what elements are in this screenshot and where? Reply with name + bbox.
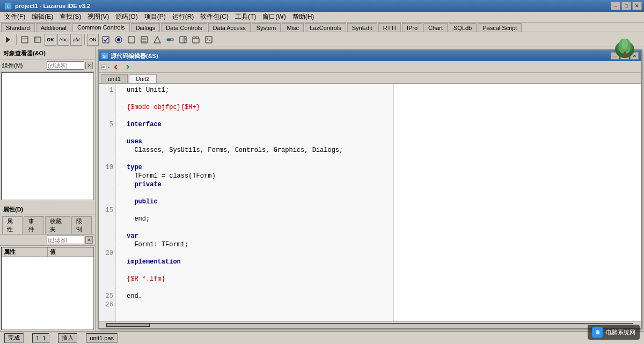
tb-btn-tab[interactable]	[190, 34, 202, 46]
line-num-22	[99, 275, 115, 283]
menu-item-w[interactable]: 窗口(W)	[259, 11, 289, 23]
code-line-7: Classes, SysUtils, Forms, Controls, Grap…	[127, 146, 390, 155]
app-icon: L	[4, 2, 12, 10]
prop-tab-事件[interactable]: 事件	[24, 216, 44, 234]
line-num-15	[99, 215, 115, 223]
tb-btn-abi[interactable]: abI	[70, 34, 82, 46]
tb-arrow-btn[interactable]	[2, 34, 14, 46]
properties-filter-input[interactable]	[47, 236, 84, 244]
toolbar-separator-1	[16, 34, 17, 45]
code-line-23	[127, 283, 390, 292]
line-num-0: 1	[99, 86, 115, 94]
src-tb-back-btn[interactable]	[112, 62, 121, 72]
properties-filter-clear-btn[interactable]: ✕	[85, 236, 93, 244]
tb-btn-prog[interactable]	[164, 34, 176, 46]
code-line-9: type	[127, 163, 390, 172]
source-editor-toolbar: ⊞	[99, 61, 641, 73]
line-num-24: 25	[99, 292, 115, 301]
tb-btn-check[interactable]	[100, 34, 112, 46]
src-tb-history-btn[interactable]: ⊞	[101, 62, 111, 72]
source-tab-unit2[interactable]: Unit2	[129, 74, 157, 83]
tb-btn-box[interactable]	[126, 34, 137, 46]
watermark: 🖥 电脑系统网	[588, 325, 640, 340]
status-file: unit1.pas	[86, 333, 118, 343]
code-dot-0: ·	[117, 86, 122, 94]
title-bar: L project1 - Lazarus IDE v3.2 ─ □ ✕	[0, 0, 644, 12]
svg-rect-8	[128, 36, 135, 43]
filter-clear-btn[interactable]: ✕	[85, 62, 93, 69]
source-tab-unit1[interactable]: unit1	[101, 74, 128, 83]
svg-marker-13	[154, 36, 160, 43]
minimize-button[interactable]: ─	[611, 2, 620, 10]
svg-rect-18	[184, 38, 186, 40]
code-dot-22: ·	[117, 275, 122, 283]
src-tb-forward-btn[interactable]	[122, 62, 132, 72]
menu-item-s[interactable]: 查找(S)	[56, 11, 84, 23]
menu-item-c[interactable]: 软件包(C)	[197, 11, 232, 23]
svg-point-32	[621, 39, 628, 49]
toolbar-tab-pascalscript[interactable]: Pascal Script	[478, 23, 522, 32]
menu-item-t[interactable]: 工具(T)	[232, 11, 259, 23]
title-bar-controls[interactable]: ─ □ ✕	[611, 2, 642, 10]
code-content[interactable]: unit Unit1; {$mode objfpc}{$H+} interfac…	[123, 84, 393, 321]
tb-btn-ok[interactable]: OK	[45, 34, 56, 46]
line-num-25: 26	[99, 301, 115, 309]
close-button[interactable]: ✕	[632, 2, 642, 10]
horizontal-scrollbar[interactable]	[99, 321, 641, 328]
code-line-16	[127, 223, 390, 232]
toolbar-tab-system[interactable]: System	[252, 23, 281, 32]
code-area: 151015202526 ·························· …	[99, 84, 641, 321]
tb-btn-tri[interactable]	[151, 34, 163, 46]
svg-rect-22	[206, 36, 212, 43]
tb-btn-2[interactable]	[32, 34, 43, 46]
line-num-21	[99, 266, 115, 275]
code-line-2: {$mode objfpc}{$H+}	[127, 103, 390, 112]
toolbar-separator-2	[84, 34, 85, 45]
component-filter-input[interactable]	[47, 61, 84, 70]
maximize-button[interactable]: □	[621, 2, 631, 10]
toolbar-tab-rtti[interactable]: RTTI	[378, 23, 401, 32]
source-editor-window: S 源代码编辑器(&S) ─ □ ✕ ⊞	[98, 49, 642, 329]
object-inspector-header: 对象查看器(&O)	[0, 47, 95, 60]
menu-item-e[interactable]: 编辑(E)	[28, 11, 56, 23]
tb-btn-list[interactable]	[138, 34, 150, 46]
prop-tab-收藏夹[interactable]: 收藏夹	[45, 216, 71, 234]
menu-item-r[interactable]: 运行(R)	[169, 11, 197, 23]
toolbar-tabs: StandardAdditionalCommon ControlsDialogs…	[0, 23, 644, 32]
main-area: 对象查看器(&O) 组件(M) ✕ 属性(D) 属性事件收藏夹限制 ✕	[0, 47, 644, 331]
line-num-12	[99, 189, 115, 197]
prop-tab-属性[interactable]: 属性	[2, 216, 23, 234]
toolbar-tab-sqldb[interactable]: SQLdb	[449, 23, 477, 32]
toolbar-tab-commoncontrols[interactable]: Common Controls	[72, 23, 130, 32]
menu-item-p[interactable]: 项目(P)	[141, 11, 169, 23]
menu-item-o[interactable]: 源码(O)	[112, 11, 141, 23]
toolbar-tab-additional[interactable]: Additional	[36, 23, 71, 32]
tb-btn-1[interactable]	[19, 34, 31, 46]
tb-btn-radio[interactable]	[113, 34, 125, 46]
toolbar-tab-chart[interactable]: Chart	[423, 23, 448, 32]
toolbar-tab-ipro[interactable]: IPro	[402, 23, 422, 32]
toolbar-tab-standard[interactable]: Standard	[1, 23, 35, 32]
status-ready: 完成	[4, 333, 24, 343]
component-filter: 组件(M) ✕	[0, 60, 95, 71]
code-dot-13: ·	[117, 197, 122, 206]
line-num-14: 15	[99, 206, 115, 215]
code-dot-4: ·	[117, 120, 122, 129]
toolbar-tab-dialogs[interactable]: Dialogs	[131, 23, 160, 32]
source-editor-title: S 源代码编辑器(&S)	[101, 52, 158, 60]
tb-btn-img[interactable]	[203, 34, 215, 46]
tb-btn-scroll[interactable]	[177, 34, 189, 46]
code-right-panel	[394, 84, 641, 321]
tb-btn-abc[interactable]: Abc	[57, 34, 69, 46]
toolbar-tab-datacontrols[interactable]: Data Controls	[161, 23, 207, 32]
menu-item-f[interactable]: 文件(F)	[1, 11, 28, 23]
toolbar-tab-dataaccess[interactable]: Data Access	[208, 23, 251, 32]
line-num-8	[99, 155, 115, 163]
toolbar-tab-lazcontrols[interactable]: LazControls	[305, 23, 346, 32]
tb-btn-on[interactable]: ON	[87, 34, 99, 46]
prop-tab-限制[interactable]: 限制	[71, 216, 92, 234]
toolbar-tab-misc[interactable]: Misc	[282, 23, 304, 32]
menu-item-h[interactable]: 帮助(H)	[289, 11, 318, 23]
toolbar-tab-synedit[interactable]: SynEdit	[347, 23, 377, 32]
menu-item-v[interactable]: 视图(V)	[84, 11, 112, 23]
